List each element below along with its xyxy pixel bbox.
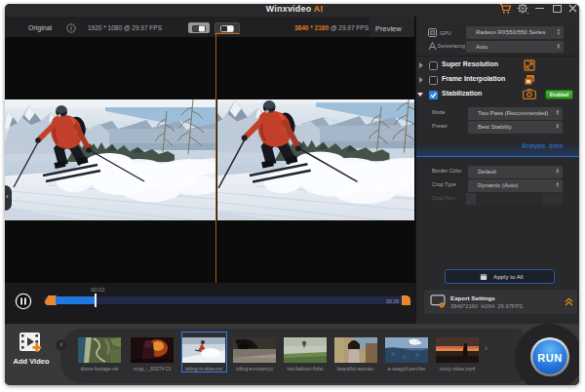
svg-text:i: i [70, 24, 72, 31]
svg-text:RUN: RUN [537, 352, 562, 364]
